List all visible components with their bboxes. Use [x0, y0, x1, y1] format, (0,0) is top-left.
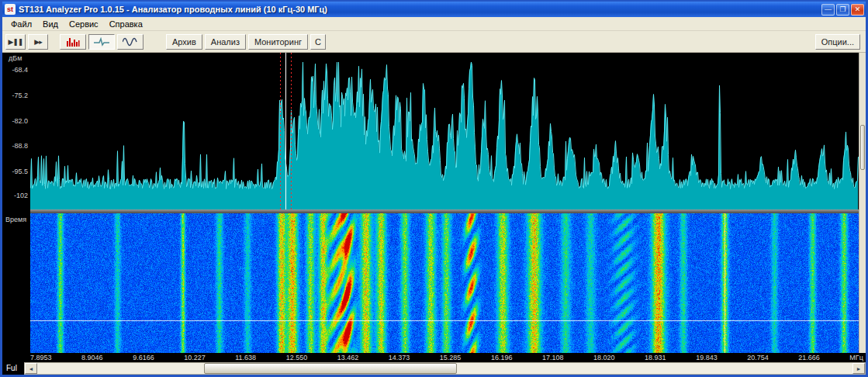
horizontal-scroll-thumb[interactable]	[204, 363, 457, 374]
horizontal-scrollbar[interactable]: ◄ ►	[24, 362, 866, 375]
x-axis-tick: 19.843	[696, 354, 718, 361]
x-axis-tick: 7.8953	[30, 354, 52, 361]
frequency-axis: 7.8953 8.9046 9.6166 10.227 11.638 12.55…	[2, 353, 866, 362]
y-axis-tick: -75.2	[12, 92, 28, 99]
title-bar[interactable]: st ST131 Analyzer Pro 1.0.15 - Анализато…	[2, 2, 866, 17]
plot-area: дБм -68.4 -75.2 -82.0 -88.8 -95.5 -102 В…	[2, 53, 866, 353]
menu-item-help[interactable]: Справка	[104, 19, 148, 29]
menu-bar: Файл Вид Сервис Справка	[2, 17, 866, 31]
waterfall-view-button[interactable]	[88, 34, 115, 50]
x-axis-tick: 9.6166	[133, 354, 154, 361]
plot-panels	[30, 53, 859, 353]
oscillogram-view-button[interactable]	[117, 34, 144, 50]
spectrum-canvas[interactable]	[30, 53, 859, 209]
x-axis-tick: 18.020	[593, 354, 615, 361]
window-controls: — ❐ ✕	[821, 4, 864, 16]
toolbar: ▶❚❚ ▶▸ Архив Анал	[2, 31, 866, 53]
menu-item-service[interactable]: Сервис	[64, 19, 104, 29]
x-axis-tick: 10.227	[184, 354, 206, 361]
x-axis-tick: 8.9046	[81, 354, 103, 361]
x-axis-tick: 17.108	[542, 354, 564, 361]
analysis-button[interactable]: Анализ	[205, 34, 246, 50]
x-axis-tick: 21.666	[798, 354, 820, 361]
c-button[interactable]: С	[310, 34, 326, 50]
x-axis-tick: 16.196	[491, 354, 513, 361]
status-bar: Ful ◄ ►	[2, 362, 866, 375]
flatline-icon	[94, 37, 109, 47]
span-label: Ful	[2, 362, 24, 375]
menu-item-view[interactable]: Вид	[37, 19, 64, 29]
options-button[interactable]: Опции...	[815, 34, 860, 50]
minimize-icon[interactable]: —	[821, 4, 835, 16]
spectrum-unit-label: дБм	[9, 54, 22, 62]
waterfall-canvas[interactable]	[30, 213, 859, 353]
x-axis-tick: 12.550	[286, 354, 308, 361]
vertical-scroll-thumb[interactable]	[860, 125, 865, 170]
waveform-icon	[123, 37, 138, 47]
menu-item-file[interactable]: Файл	[5, 19, 37, 29]
play-pause-button[interactable]: ▶❚❚	[5, 34, 26, 50]
x-axis-tick: 18.931	[645, 354, 666, 361]
horizontal-scroll-track[interactable]	[37, 363, 852, 374]
play-step-icon: ▶▸	[34, 38, 41, 46]
histogram-icon	[66, 36, 80, 47]
app-icon: st	[5, 4, 16, 15]
spectrum-view-button[interactable]	[60, 34, 86, 50]
window-title: ST131 Analyzer Pro 1.0.15 - Анализатор п…	[19, 5, 821, 14]
y-axis-tick: -88.8	[12, 142, 28, 150]
spectrum-panel	[30, 53, 859, 209]
frequency-unit-label: МГц	[849, 354, 863, 361]
maximize-icon[interactable]: ❐	[836, 4, 849, 16]
x-axis-tick: 13.462	[337, 354, 359, 361]
waterfall-panel	[30, 213, 859, 353]
play-step-button[interactable]: ▶▸	[28, 34, 48, 50]
y-axis-tick: -82.0	[12, 117, 28, 125]
app-icon-text: st	[7, 5, 13, 13]
monitoring-button[interactable]: Мониторинг	[248, 34, 308, 50]
y-axis-tick: -68.4	[12, 66, 28, 74]
archive-button[interactable]: Архив	[166, 34, 202, 50]
play-pause-icon: ▶❚❚	[8, 38, 22, 46]
close-icon[interactable]: ✕	[851, 4, 864, 16]
scroll-right-icon[interactable]: ►	[852, 363, 865, 374]
y-axis-gutter: дБм -68.4 -75.2 -82.0 -88.8 -95.5 -102 В…	[2, 53, 30, 353]
x-axis-tick: 20.754	[747, 354, 769, 361]
x-axis-tick: 14.373	[389, 354, 410, 361]
scroll-left-icon[interactable]: ◄	[25, 363, 37, 374]
vertical-scrollbar[interactable]	[859, 53, 866, 353]
waterfall-unit-label: Время	[5, 216, 26, 223]
x-axis-tick: 11.638	[235, 354, 256, 361]
y-axis-tick: -95.5	[12, 168, 28, 175]
app-window: st ST131 Analyzer Pro 1.0.15 - Анализато…	[0, 0, 868, 377]
y-axis-tick: -102	[14, 192, 28, 199]
x-axis-tick: 15.285	[440, 354, 462, 361]
